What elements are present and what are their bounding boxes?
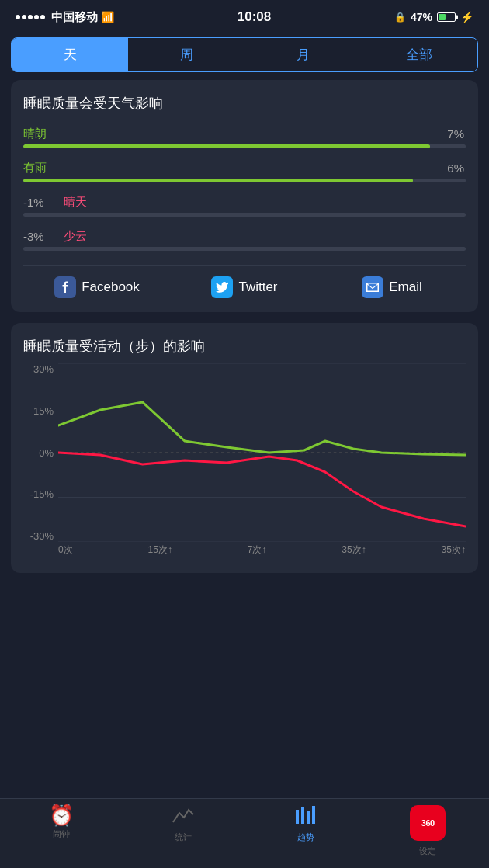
y-axis-labels: 30% 15% 0% -15% -30% bbox=[23, 363, 58, 542]
facebook-button[interactable]: Facebook bbox=[23, 276, 171, 298]
nav-stats-label: 统计 bbox=[175, 832, 192, 843]
bar-fill-rain bbox=[23, 179, 413, 182]
activity-chart-title: 睡眠质量受活动（步）的影响 bbox=[23, 337, 466, 356]
bar-fill-sunny-bright bbox=[23, 144, 430, 148]
battery-icon bbox=[437, 12, 456, 22]
tab-month[interactable]: 月 bbox=[244, 38, 361, 71]
bar-row-rain: 有雨 6% bbox=[23, 161, 466, 182]
bar-row-sunny-bright: 晴朗 7% bbox=[23, 127, 466, 148]
bar-track-cloudy bbox=[23, 247, 466, 251]
alarm-icon: ⏰ bbox=[49, 805, 74, 825]
settings-360-icon: 360 bbox=[410, 805, 446, 841]
weather-card-title: 睡眠质量会受天气影响 bbox=[23, 94, 466, 113]
svg-rect-5 bbox=[296, 810, 299, 824]
status-left: 中国移动 📶 bbox=[16, 10, 114, 25]
lock-icon: 🔒 bbox=[394, 12, 406, 23]
bar-label-rain: 有雨 bbox=[23, 161, 47, 175]
y-label-neg15: -15% bbox=[23, 488, 58, 500]
email-button[interactable]: Email bbox=[318, 276, 466, 298]
x-label-15: 15次↑ bbox=[148, 543, 172, 565]
time-display: 10:08 bbox=[238, 9, 271, 25]
bar-row-sunny: -1% 晴天 bbox=[23, 195, 466, 217]
tab-week[interactable]: 周 bbox=[128, 38, 244, 71]
bar-track-sunny-bright bbox=[23, 144, 466, 148]
svg-rect-7 bbox=[307, 811, 310, 824]
twitter-button[interactable]: Twitter bbox=[171, 276, 318, 298]
bar-label-sunny-bright: 晴朗 bbox=[23, 127, 47, 141]
chart-area: 30% 15% 0% -15% -30% 0次 15次↑ bbox=[23, 363, 466, 565]
bar-label-cloudy: 少云 bbox=[64, 229, 87, 244]
bar-pct-cloudy: -3% bbox=[23, 230, 54, 243]
y-label-neg30: -30% bbox=[23, 530, 58, 542]
signal-dots bbox=[16, 15, 45, 19]
x-axis-labels: 0次 15次↑ 7次↑ 35次↑ 35次↑ bbox=[58, 543, 466, 565]
email-label: Email bbox=[389, 279, 422, 295]
x-label-35a: 35次↑ bbox=[342, 543, 366, 565]
bar-track-rain bbox=[23, 179, 466, 182]
svg-rect-8 bbox=[312, 806, 315, 824]
y-label-0: 0% bbox=[23, 447, 58, 459]
charging-icon: ⚡ bbox=[460, 11, 473, 23]
status-right: 🔒 47% ⚡ bbox=[394, 11, 473, 23]
bottom-nav: ⏰ 闹钟 统计 趋势 360 设定 bbox=[0, 798, 489, 868]
twitter-label: Twitter bbox=[238, 279, 277, 295]
bar-value-sunny-bright: 7% bbox=[447, 127, 464, 141]
chart-svg bbox=[58, 363, 466, 542]
tab-bar: 天 周 月 全部 bbox=[11, 37, 478, 72]
facebook-icon bbox=[54, 276, 76, 298]
nav-settings[interactable]: 360 设定 bbox=[367, 805, 490, 857]
trend-icon bbox=[294, 805, 317, 828]
carrier-label: 中国移动 bbox=[51, 10, 98, 25]
nav-trend-label: 趋势 bbox=[297, 832, 314, 843]
chart-svg-container bbox=[58, 363, 466, 542]
bar-label-sunny: 晴天 bbox=[64, 195, 87, 210]
twitter-icon bbox=[211, 276, 233, 298]
svg-rect-6 bbox=[301, 807, 304, 824]
x-label-35b: 35次↑ bbox=[442, 543, 466, 565]
y-label-30: 30% bbox=[23, 363, 58, 375]
nav-alarm[interactable]: ⏰ 闹钟 bbox=[0, 805, 123, 840]
bar-value-rain: 6% bbox=[447, 161, 464, 175]
bar-pct-sunny: -1% bbox=[23, 196, 54, 209]
nav-alarm-label: 闹钟 bbox=[53, 828, 70, 840]
y-label-15: 15% bbox=[23, 405, 58, 417]
email-icon bbox=[362, 276, 383, 298]
x-label-0: 0次 bbox=[58, 543, 73, 565]
nav-stats[interactable]: 统计 bbox=[123, 805, 245, 843]
stats-icon bbox=[172, 805, 195, 828]
nav-settings-label: 设定 bbox=[419, 845, 436, 857]
weather-card: 睡眠质量会受天气影响 晴朗 7% 有雨 6% -1% 晴天 bbox=[11, 80, 478, 312]
tab-day[interactable]: 天 bbox=[12, 38, 128, 71]
activity-chart-card: 睡眠质量受活动（步）的影响 30% 15% 0% -15% -30% bbox=[11, 323, 478, 573]
status-bar: 中国移动 📶 10:08 🔒 47% ⚡ bbox=[0, 0, 489, 34]
bar-track-sunny bbox=[23, 213, 466, 217]
bar-row-cloudy: -3% 少云 bbox=[23, 229, 466, 251]
wifi-icon: 📶 bbox=[101, 11, 114, 23]
x-label-7: 7次↑ bbox=[248, 543, 267, 565]
nav-trend[interactable]: 趋势 bbox=[244, 805, 367, 843]
tab-all[interactable]: 全部 bbox=[361, 38, 477, 71]
share-row: Facebook Twitter Email bbox=[23, 265, 466, 298]
battery-pct: 47% bbox=[411, 11, 432, 23]
facebook-label: Facebook bbox=[82, 279, 140, 295]
